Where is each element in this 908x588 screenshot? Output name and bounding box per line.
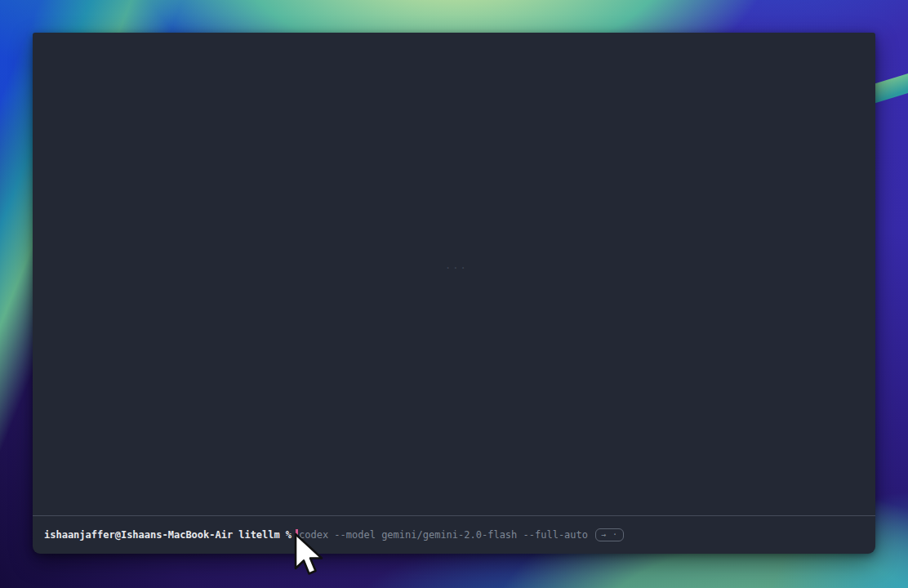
terminal-output-area[interactable]: ... (33, 33, 875, 515)
command-prompt-line[interactable]: ishaanjaffer@Ishaans-MacBook-Air litellm… (33, 516, 875, 554)
accept-suggestion-hint-badge: → · (595, 528, 624, 541)
text-cursor (296, 529, 298, 541)
desktop-wallpaper: ... ishaanjaffer@Ishaans-MacBook-Air lit… (0, 0, 908, 588)
prompt-symbol: % (286, 529, 292, 541)
autosuggestion-text: codex --model gemini/gemini-2.0-flash --… (299, 529, 588, 541)
loading-ellipsis: ... (445, 260, 468, 271)
wallpaper-green-stripe (870, 74, 908, 105)
terminal-window[interactable]: ... ishaanjaffer@Ishaans-MacBook-Air lit… (33, 33, 875, 554)
prompt-user-host: ishaanjaffer@Ishaans-MacBook-Air (44, 529, 233, 541)
prompt-directory: litellm (238, 529, 280, 541)
